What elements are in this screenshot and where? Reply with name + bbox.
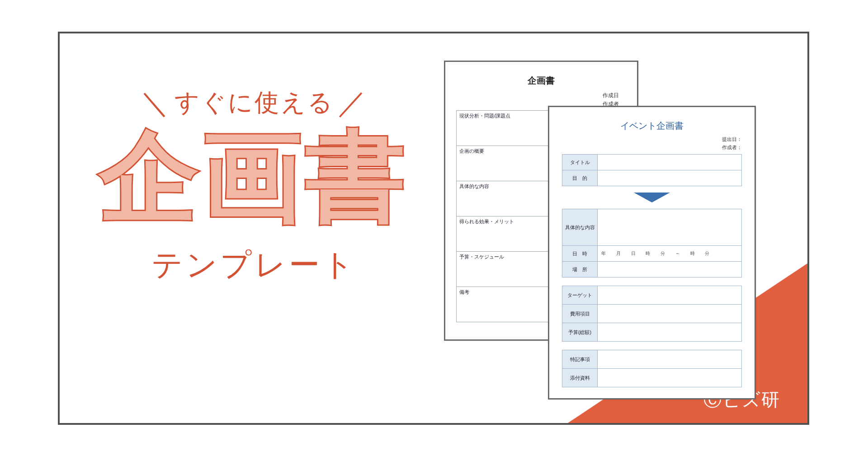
slash-left-icon: ＼ <box>140 83 171 122</box>
paper2-label: 特記事項 <box>562 350 598 368</box>
paper2-label: 具体的な内容 <box>562 209 598 245</box>
table-row: 場 所 <box>562 261 741 277</box>
table-row: 日 時年 月 日 時 分 ～ 時 分 <box>562 245 741 261</box>
stage: Ⓒビズ研 ＼ すぐに使える ／ 企画書 テンプレート 企画書 作成日 作成者 現… <box>0 0 868 456</box>
table-row: 添付資料 <box>562 368 741 387</box>
paper2-block1: タイトル 目 的 <box>562 154 742 186</box>
paper2-meta: 提出日： 作成者： <box>562 136 742 151</box>
tagline: ＼ すぐに使える ／ <box>96 83 412 122</box>
table-row: ターゲット <box>562 286 741 304</box>
paper1-meta-date: 作成日 <box>445 91 619 100</box>
paper2-block3: ターゲット 費用項目 予算(総額) <box>562 286 742 342</box>
paper2-label: タイトル <box>562 155 598 170</box>
down-arrow-icon <box>634 193 670 202</box>
paper2-datetime-value: 年 月 日 時 分 ～ 時 分 <box>598 246 741 261</box>
table-row: 特記事項 <box>562 350 741 368</box>
paper2-label: ターゲット <box>562 286 598 304</box>
paper2-meta-date: 提出日： <box>562 136 742 144</box>
table-row: 目 的 <box>562 170 741 186</box>
table-row: タイトル <box>562 155 741 170</box>
promo-block: ＼ すぐに使える ／ 企画書 テンプレート <box>96 83 412 286</box>
paper2-title: イベント企画書 <box>562 120 742 132</box>
subtitle: テンプレート <box>96 244 412 286</box>
table-row: 費用項目 <box>562 304 741 323</box>
paper2-label: 目 的 <box>562 170 598 186</box>
slash-right-icon: ／ <box>338 83 368 122</box>
table-row: 予算(総額) <box>562 323 741 341</box>
paper1-title: 企画書 <box>445 75 637 87</box>
template-preview-event: イベント企画書 提出日： 作成者： タイトル 目 的 具体的な内容 日 時年 月… <box>548 106 756 400</box>
outer-frame: Ⓒビズ研 ＼ すぐに使える ／ 企画書 テンプレート 企画書 作成日 作成者 現… <box>58 32 809 425</box>
paper2-label: 日 時 <box>562 246 598 261</box>
paper2-label: 予算(総額) <box>562 323 598 341</box>
paper2-meta-author: 作成者： <box>562 144 742 152</box>
paper2-label: 添付資料 <box>562 369 598 387</box>
tagline-text: すぐに使える <box>175 86 334 119</box>
table-row: 具体的な内容 <box>562 209 741 245</box>
main-title: 企画書 <box>96 127 412 226</box>
paper2-block4: 特記事項 添付資料 <box>562 350 742 387</box>
paper2-block2: 具体的な内容 日 時年 月 日 時 分 ～ 時 分 場 所 <box>562 209 742 277</box>
paper2-label: 費用項目 <box>562 305 598 323</box>
paper2-label: 場 所 <box>562 262 598 277</box>
